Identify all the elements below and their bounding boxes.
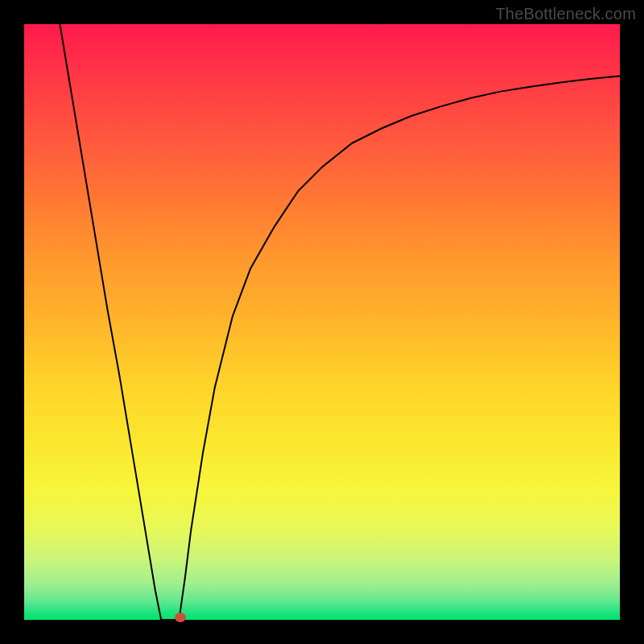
optimum-marker-icon	[175, 613, 186, 622]
bottleneck-curve	[60, 24, 620, 620]
plot-area	[24, 24, 620, 620]
curve-svg	[24, 24, 620, 620]
watermark-label: TheBottleneck.com	[495, 5, 636, 23]
chart-frame: TheBottleneck.com	[0, 0, 644, 644]
